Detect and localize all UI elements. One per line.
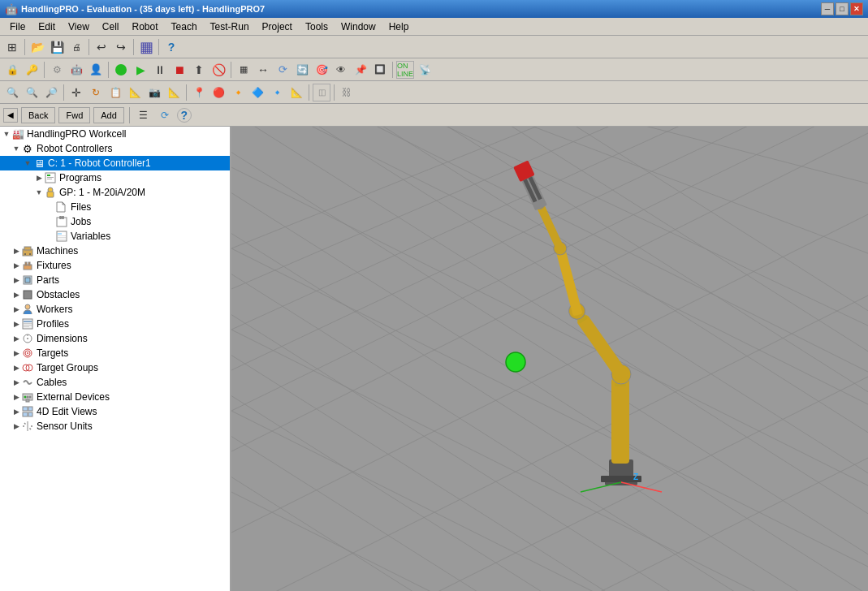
expander-profiles[interactable]: ▶	[11, 319, 21, 329]
tree-item-controller1[interactable]: ▼ 🖥 C: 1 - Robot Controller1	[0, 156, 230, 170]
toolbar-grid2-icon[interactable]: ▦	[235, 61, 253, 79]
expander-fixtures[interactable]: ▶	[11, 261, 21, 270]
toolbar-person-icon[interactable]: 👤	[87, 61, 105, 79]
tree-item-targets[interactable]: ▶ Targets	[0, 346, 230, 360]
toolbar-step-icon[interactable]: ⬆	[190, 61, 208, 79]
toolbar-zoom-fit-icon[interactable]: 🔍	[3, 84, 21, 101]
tree-item-fixtures[interactable]: ▶ Fixtures	[0, 258, 230, 273]
menu-tools[interactable]: Tools	[299, 18, 335, 35]
expander-machines[interactable]: ▶	[11, 246, 21, 256]
toolbar-settings-icon[interactable]: ⚙	[48, 61, 66, 79]
menu-robot[interactable]: Robot	[126, 18, 165, 35]
close-button[interactable]: ✕	[850, 2, 863, 15]
expander-parts[interactable]: ▶	[11, 275, 21, 285]
toolbar-camera-icon[interactable]: 📷	[145, 84, 163, 101]
menu-edit[interactable]: Edit	[32, 18, 62, 35]
toolbar-rotate-icon[interactable]: ↻	[87, 84, 105, 101]
expander-gp1[interactable]: ▼	[34, 188, 44, 197]
panel-toggle-button[interactable]: ◀	[3, 108, 18, 123]
tree-item-external-devices[interactable]: ▶ External Devices	[0, 390, 230, 404]
toolbar-print-icon[interactable]: 🖨	[67, 38, 85, 56]
tree-item-machines[interactable]: ▶ Machines	[0, 244, 230, 258]
toolbar-redo-icon[interactable]: ↪	[112, 38, 130, 56]
expander-controller1[interactable]: ▼	[23, 158, 32, 168]
tree-item-variables[interactable]: ▶ Variables	[0, 229, 230, 244]
toolbar-zoom-out-icon[interactable]: 🔎	[42, 84, 60, 101]
refresh-icon[interactable]: ⟳	[156, 106, 174, 124]
toolbar-measure-icon[interactable]: 📐	[165, 84, 183, 101]
toolbar-undo-icon[interactable]: ↩	[93, 38, 110, 56]
toolbar-target-icon[interactable]: 🎯	[313, 61, 330, 79]
toolbar-crosshair-icon[interactable]: ✛	[67, 84, 85, 101]
menu-file[interactable]: File	[3, 18, 32, 35]
toolbar-robot2-icon[interactable]: 🔄	[293, 61, 311, 79]
menu-teach[interactable]: Teach	[165, 18, 204, 35]
tree-item-robot-controllers[interactable]: ▼ ⚙ Robot Controllers	[0, 141, 230, 156]
tree-item-workcell[interactable]: ▼ 🏭 HandlingPRO Workcell	[0, 127, 230, 141]
toolbar-grid-icon[interactable]: ⊞	[3, 38, 21, 56]
restore-button[interactable]: □	[836, 2, 849, 15]
toolbar-open-icon[interactable]: 📂	[28, 38, 46, 56]
tree-item-obstacles[interactable]: ▶ Obstacles	[0, 287, 230, 302]
menu-cell[interactable]: Cell	[96, 18, 126, 35]
toolbar-stop-icon[interactable]: ⏹	[171, 61, 188, 79]
tree-item-gp1[interactable]: ▼ GP: 1 - M-20iA/20M	[0, 185, 230, 200]
tree-item-programs[interactable]: ▶ Programs	[0, 170, 230, 185]
add-button[interactable]: Add	[93, 107, 124, 123]
toolbar-robot-icon[interactable]: 🤖	[67, 61, 85, 79]
toolbar-play-icon[interactable]: ▶	[132, 61, 149, 79]
expander-sensor-units[interactable]: ▶	[11, 421, 21, 431]
menu-help[interactable]: Help	[382, 18, 416, 35]
expander-workcell[interactable]: ▼	[2, 129, 11, 139]
toolbar-cycle-icon[interactable]: ⟳	[274, 61, 291, 79]
toolbar-scale-icon[interactable]: 🔷	[248, 84, 266, 101]
expander-target-groups[interactable]: ▶	[11, 363, 21, 373]
help2-icon[interactable]: ?	[177, 108, 192, 123]
toolbar-pause-icon[interactable]: ⏸	[151, 61, 169, 79]
toolbar-online-icon[interactable]: ONLINE	[396, 61, 414, 79]
expander-4d-edit-views[interactable]: ▶	[11, 407, 21, 416]
toolbar-dimension-icon[interactable]: ◫	[313, 84, 330, 101]
toolbar-copy-icon[interactable]: 📋	[106, 84, 124, 101]
back-button[interactable]: Back	[21, 107, 55, 123]
toolbar-layout-icon[interactable]: ▦	[137, 38, 155, 56]
expander-targets[interactable]: ▶	[11, 348, 21, 358]
expander-robot-controllers[interactable]: ▼	[11, 144, 21, 153]
toolbar-signal-icon[interactable]: 📡	[416, 61, 434, 79]
tree-item-files[interactable]: ▶ Files	[0, 200, 230, 214]
toolbar-chain-icon[interactable]: ⛓	[338, 84, 356, 101]
minimize-button[interactable]: ─	[821, 2, 834, 15]
expander-workers[interactable]: ▶	[11, 304, 21, 314]
toolbar-snap-icon[interactable]: 📐	[126, 84, 144, 101]
toolbar-eye-icon[interactable]: 👁	[332, 61, 350, 79]
expander-programs[interactable]: ▶	[34, 173, 44, 183]
tree-item-sensor-units[interactable]: ▶ Sensor Units	[0, 419, 230, 434]
toolbar-key-icon[interactable]: 🔑	[23, 61, 41, 79]
toolbar-run-dot-icon[interactable]	[112, 61, 130, 79]
tree-item-cables[interactable]: ▶ Cables	[0, 375, 230, 390]
expander-external-devices[interactable]: ▶	[11, 392, 21, 402]
tree-view-icon[interactable]: ☰	[135, 106, 153, 124]
tree-item-target-groups[interactable]: ▶ Target Groups	[0, 360, 230, 375]
tree-item-workers[interactable]: ▶ Workers	[0, 302, 230, 317]
expander-obstacles[interactable]: ▶	[11, 290, 21, 300]
tree-item-parts[interactable]: ▶ Parts	[0, 273, 230, 287]
menu-window[interactable]: Window	[335, 18, 382, 35]
toolbar-box-icon[interactable]: 🔲	[371, 61, 389, 79]
tree-item-profiles[interactable]: ▶ Profiles	[0, 317, 230, 331]
toolbar-save-icon[interactable]: 💾	[48, 38, 66, 56]
toolbar-zoom-in-icon[interactable]: 🔍	[23, 84, 41, 101]
toolbar-part-icon[interactable]: 📍	[190, 84, 208, 101]
expander-cables[interactable]: ▶	[11, 377, 21, 387]
toolbar-arrows-icon[interactable]: ↔	[254, 61, 272, 79]
menu-test-run[interactable]: Test-Run	[204, 18, 256, 35]
toolbar-lock-icon[interactable]: 🔒	[3, 61, 21, 79]
toolbar-move-icon[interactable]: 🔴	[209, 84, 227, 101]
tree-item-4d-edit-views[interactable]: ▶ 4D Edit Views	[0, 404, 230, 419]
toolbar-pin-icon[interactable]: 📌	[352, 61, 369, 79]
tree-item-dimensions[interactable]: ▶ Dimensions	[0, 331, 230, 346]
expander-dimensions[interactable]: ▶	[11, 334, 21, 343]
toolbar-rotate2-icon[interactable]: 🔸	[229, 84, 247, 101]
title-bar-controls[interactable]: ─ □ ✕	[821, 2, 863, 15]
menu-view[interactable]: View	[62, 18, 96, 35]
